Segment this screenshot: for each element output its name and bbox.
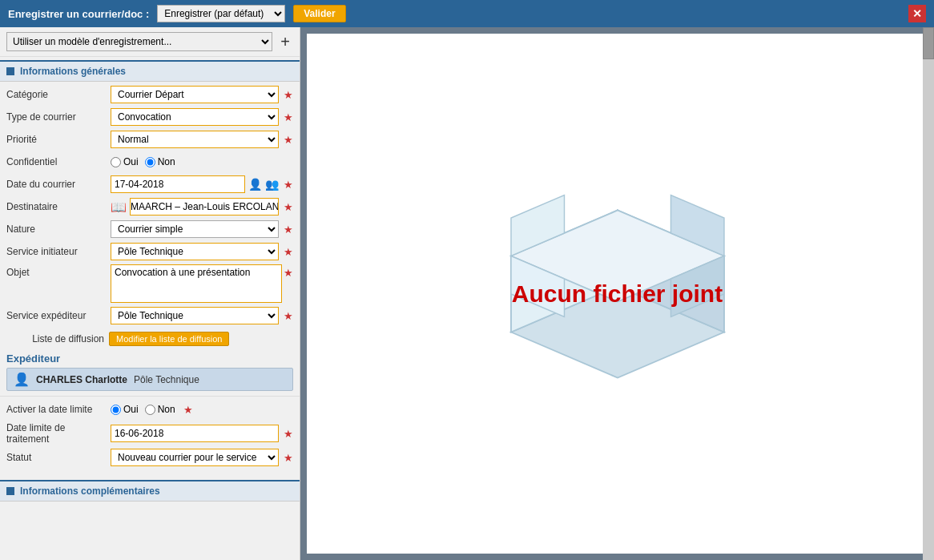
objet-textarea[interactable]: Convocation à une présentation [111,264,282,303]
activer-date-limite-label: Activer la date limite [6,404,111,415]
left-panel: Utiliser un modèle d'enregistrement... +… [0,27,300,560]
diffusion-row: Liste de diffusion Modifier la liste de … [0,332,300,346]
activer-date-limite-row: Activer la date limite Oui Non ★ [6,400,293,419]
confidentiel-label: Confidentiel [6,156,111,167]
date-limite-section: Activer la date limite Oui Non ★ Date li… [0,396,300,473]
type-courrier-row: Type de courrier Convocation ★ [6,107,293,127]
model-select[interactable]: Utiliser un modèle d'enregistrement... [6,32,272,51]
right-scrollbar[interactable] [923,27,934,560]
preview-area: Aucun fichier joint [307,34,928,554]
date-limite-traitement-input[interactable] [111,425,279,442]
service-expediteur-required: ★ [284,310,293,322]
categorie-row: Catégorie Courrier Départ ★ [6,85,293,104]
activer-date-limite-control: Oui Non ★ [111,404,293,416]
date-courrier-input[interactable] [111,175,245,193]
statut-row: Statut Nouveau courrier pour le service … [6,448,293,467]
add-model-button[interactable]: + [277,34,293,50]
info-complementaires-header: Informations complémentaires [0,480,300,502]
statut-required: ★ [284,452,293,464]
activer-oui-label[interactable]: Oui [111,404,139,415]
confidentiel-row: Confidentiel Oui Non [6,152,293,171]
title-bar-select[interactable]: Enregistrer (par défaut) [157,5,285,22]
priorite-control: Normal ★ [111,131,293,148]
destinataire-input[interactable] [130,198,279,216]
confidentiel-control: Oui Non [111,156,293,167]
type-courrier-select[interactable]: Convocation [111,108,279,126]
expediteur-service: Pôle Technique [134,374,199,385]
type-courrier-control: Convocation ★ [111,108,293,126]
section-indicator-icon [6,67,14,75]
expediteur-header: Expéditeur [0,349,300,368]
categorie-required: ★ [284,89,293,101]
nature-label: Nature [6,224,111,235]
content-area: Utiliser un modèle d'enregistrement... +… [0,27,934,560]
calendar-people-icon[interactable]: 👥 [265,178,279,191]
type-courrier-label: Type de courrier [6,111,111,123]
title-bar-label: Enregistrer un courrier/doc : [8,8,149,20]
service-initiateur-row: Service initiateur Pôle Technique ★ [6,242,293,261]
service-expediteur-select[interactable]: Pôle Technique [111,307,279,324]
nature-control: Courrier simple ★ [111,220,293,238]
expediteur-row: 👤 CHARLES Charlotte Pôle Technique [6,368,293,391]
diffusion-label: Liste de diffusion [0,333,104,344]
no-file-container: Aucun fichier joint [307,34,928,554]
right-panel: Aucun fichier joint [300,27,934,560]
categorie-control: Courrier Départ ★ [111,86,293,103]
type-courrier-required: ★ [284,111,293,123]
service-initiateur-select[interactable]: Pôle Technique [111,243,279,260]
service-expediteur-control: Pôle Technique ★ [111,307,293,324]
scrollbar-thumb[interactable] [923,27,934,59]
destinataire-label: Destinataire [6,201,111,212]
confidentiel-oui-radio[interactable] [111,157,121,167]
nature-select[interactable]: Courrier simple [111,220,279,238]
statut-label: Statut [6,452,111,463]
activer-oui-radio[interactable] [111,405,121,415]
date-limite-traitement-control: ★ [111,425,293,442]
nature-row: Nature Courrier simple ★ [6,220,293,239]
priorite-required: ★ [284,134,293,146]
service-initiateur-required: ★ [284,246,293,258]
activer-non-label[interactable]: Non [145,404,175,415]
confidentiel-non-radio[interactable] [145,157,155,167]
close-button[interactable]: ✕ [908,5,926,22]
categorie-select[interactable]: Courrier Départ [111,86,279,103]
model-bar: Utiliser un modèle d'enregistrement... + [0,27,300,57]
date-courrier-control: 👤 👥 ★ [111,175,293,193]
info-comp-indicator [6,487,14,495]
validate-button[interactable]: Valider [293,5,345,22]
statut-control: Nouveau courrier pour le service ★ [111,449,293,466]
date-limite-required: ★ [284,428,293,440]
date-courrier-row: Date du courrier 👤 👥 ★ [6,175,293,194]
objet-required: ★ [284,267,293,279]
confidentiel-non-label[interactable]: Non [145,156,175,167]
main-window: Enregistrer un courrier/doc : Enregistre… [0,0,934,560]
diffusion-button[interactable]: Modifier la liste de diffusion [109,332,229,346]
date-required: ★ [284,179,293,191]
person-plus-icon[interactable]: 👤 [248,178,262,191]
destinataire-required: ★ [284,201,293,213]
service-expediteur-row: Service expéditeur Pôle Technique ★ [6,306,293,325]
no-file-text: Aucun fichier joint [512,280,723,308]
date-courrier-label: Date du courrier [6,179,111,190]
priorite-label: Priorité [6,134,111,145]
service-expediteur-label: Service expéditeur [6,310,111,321]
address-book-icon[interactable]: 📖 [111,199,127,215]
objet-row: Objet Convocation à une présentation ★ [6,264,293,303]
date-limite-traitement-label: Date limite de traitement [6,422,111,445]
nature-required: ★ [284,224,293,236]
info-complementaires-label: Informations complémentaires [20,485,160,497]
form-body: Catégorie Courrier Départ ★ Type de cour… [0,82,300,332]
destinataire-row: Destinataire ✏ 📖 ★ [6,197,293,216]
title-bar: Enregistrer un courrier/doc : Enregistre… [0,0,934,27]
confidentiel-oui-label[interactable]: Oui [111,156,139,167]
expediteur-person-icon: 👤 [14,372,30,387]
objet-label: Objet [6,264,111,278]
priorite-select[interactable]: Normal [111,131,279,148]
activer-required: ★ [183,404,193,416]
service-initiateur-label: Service initiateur [6,246,111,257]
activer-non-radio[interactable] [145,405,155,415]
service-initiateur-control: Pôle Technique ★ [111,243,293,260]
statut-select[interactable]: Nouveau courrier pour le service [111,449,279,466]
expediteur-name: CHARLES Charlotte [36,374,127,385]
general-info-label: Informations générales [20,66,126,77]
